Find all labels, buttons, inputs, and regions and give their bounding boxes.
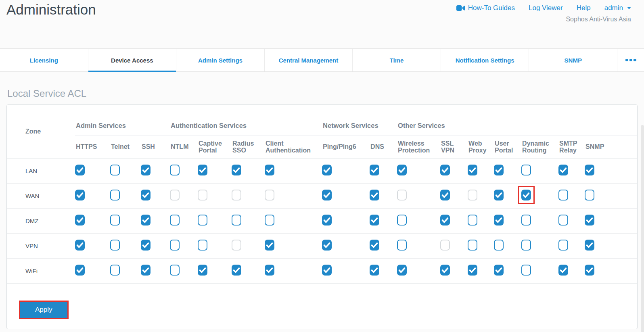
page-title: Administration — [6, 2, 96, 18]
zone-row-lan: LAN — [7, 158, 637, 183]
checkbox-wan-ssl-vpn[interactable] — [440, 190, 450, 200]
column-header-ssl-vpn: SSL VPN — [440, 136, 468, 158]
help-link[interactable]: Help — [577, 4, 591, 12]
checkbox-dmz-smtp-relay[interactable] — [558, 215, 568, 226]
checkbox-vpn-wireless-protection[interactable] — [397, 240, 407, 251]
tab-time[interactable]: Time — [353, 49, 441, 71]
checkbox-lan-client-authentication[interactable] — [265, 165, 274, 175]
checkbox-wifi-ping-ping6[interactable] — [322, 265, 332, 276]
checkbox-vpn-captive-portal[interactable] — [198, 240, 207, 251]
checkbox-wan-ssh[interactable] — [141, 190, 151, 200]
checkbox-wifi-telnet[interactable] — [110, 265, 120, 276]
checkbox-wan-ntlm — [170, 190, 180, 200]
tab-device-access[interactable]: Device Access — [88, 49, 177, 71]
checkbox-lan-wireless-protection[interactable] — [397, 165, 407, 175]
group-header-admin-services: Admin Services — [75, 105, 170, 136]
log-viewer-link[interactable]: Log Viewer — [529, 4, 563, 12]
zone-row-wan: WAN — [7, 183, 637, 208]
checkbox-wifi-web-proxy[interactable] — [468, 265, 477, 276]
checkbox-vpn-client-authentication[interactable] — [265, 240, 274, 251]
checkbox-wifi-radius-sso[interactable] — [232, 265, 241, 276]
checkbox-lan-captive-portal[interactable] — [198, 165, 207, 175]
tab-notification-settings[interactable]: Notification Settings — [441, 49, 529, 71]
checkbox-dmz-ntlm[interactable] — [170, 215, 180, 226]
tab-licensing[interactable]: Licensing — [0, 49, 88, 71]
checkbox-vpn-ntlm[interactable] — [170, 240, 180, 251]
checkbox-wifi-dns[interactable] — [370, 265, 379, 276]
checkbox-vpn-telnet[interactable] — [110, 240, 120, 251]
checkbox-lan-user-portal[interactable] — [494, 165, 504, 175]
checkbox-wifi-client-authentication[interactable] — [265, 265, 274, 276]
checkbox-wifi-snmp[interactable] — [585, 265, 594, 276]
checkbox-lan-ping-ping6[interactable] — [322, 165, 332, 175]
checkbox-dmz-ssh[interactable] — [141, 215, 151, 226]
checkbox-dmz-https[interactable] — [75, 215, 85, 226]
checkbox-vpn-snmp[interactable] — [585, 240, 594, 251]
checkbox-lan-radius-sso[interactable] — [232, 165, 241, 175]
checkbox-lan-ssh[interactable] — [141, 165, 151, 175]
checkbox-wifi-dynamic-routing[interactable] — [521, 265, 531, 276]
checkbox-lan-ntlm[interactable] — [170, 165, 180, 175]
checkbox-vpn-ping-ping6[interactable] — [322, 240, 332, 251]
checkbox-wan-ping-ping6[interactable] — [322, 190, 332, 200]
checkbox-wan-telnet[interactable] — [110, 190, 120, 200]
group-header-authentication-services: Authentication Services — [170, 105, 322, 136]
column-header-ping-ping6: Ping/Ping6 — [322, 136, 370, 158]
chevron-down-icon — [627, 7, 631, 9]
checkbox-dmz-web-proxy[interactable] — [468, 215, 477, 226]
checkbox-vpn-user-portal[interactable] — [494, 240, 504, 251]
column-header-client-authentication: Client Authentication — [265, 136, 322, 158]
checkbox-lan-snmp[interactable] — [585, 165, 594, 175]
section-heading: Local Service ACL — [7, 88, 638, 99]
checkbox-dmz-dns[interactable] — [370, 215, 379, 226]
zone-label-dmz: DMZ — [7, 208, 75, 233]
tab-snmp[interactable]: SNMP — [529, 49, 617, 71]
checkbox-dmz-telnet[interactable] — [110, 215, 120, 226]
checkbox-wifi-ssl-vpn[interactable] — [440, 265, 450, 276]
checkbox-wan-https[interactable] — [75, 190, 85, 200]
more-tabs-button[interactable] — [617, 49, 644, 71]
checkbox-wifi-ntlm[interactable] — [170, 265, 180, 276]
checkbox-lan-ssl-vpn[interactable] — [440, 165, 450, 175]
checkbox-lan-https[interactable] — [75, 165, 85, 175]
checkbox-wifi-wireless-protection[interactable] — [397, 265, 407, 276]
checkbox-wan-smtp-relay[interactable] — [558, 190, 568, 200]
checkbox-vpn-dynamic-routing[interactable] — [521, 240, 531, 251]
checkbox-wifi-https[interactable] — [75, 265, 85, 276]
apply-highlight-box: Apply — [19, 301, 69, 319]
tab-central-management[interactable]: Central Management — [265, 49, 353, 71]
checkbox-dmz-ping-ping6[interactable] — [322, 215, 332, 226]
checkbox-lan-telnet[interactable] — [110, 165, 120, 175]
checkbox-wan-snmp[interactable] — [585, 190, 594, 200]
checkbox-vpn-smtp-relay[interactable] — [558, 240, 568, 251]
page-scrollbar[interactable] — [641, 125, 644, 332]
checkbox-lan-dns[interactable] — [370, 165, 379, 175]
checkbox-vpn-ssh[interactable] — [141, 240, 151, 251]
checkbox-dmz-user-portal[interactable] — [494, 215, 504, 226]
checkbox-wifi-ssh[interactable] — [141, 265, 151, 276]
checkbox-dmz-dynamic-routing[interactable] — [521, 215, 531, 226]
checkbox-wifi-smtp-relay[interactable] — [558, 265, 568, 276]
checkbox-wifi-captive-portal[interactable] — [198, 265, 207, 276]
apply-button[interactable]: Apply — [20, 302, 67, 318]
checkbox-dmz-captive-portal[interactable] — [198, 215, 207, 226]
checkbox-dmz-ssl-vpn[interactable] — [440, 215, 450, 226]
checkbox-wan-user-portal[interactable] — [494, 190, 504, 200]
howto-guides-link[interactable]: How-To Guides — [456, 4, 515, 12]
checkbox-dmz-client-authentication[interactable] — [265, 215, 274, 226]
checkbox-lan-dynamic-routing[interactable] — [521, 165, 531, 175]
user-menu[interactable]: admin — [604, 4, 631, 12]
checkbox-dmz-snmp[interactable] — [585, 215, 594, 226]
checkbox-dmz-wireless-protection[interactable] — [397, 215, 407, 226]
checkbox-lan-smtp-relay[interactable] — [558, 165, 568, 175]
checkbox-vpn-https[interactable] — [75, 240, 85, 251]
checkbox-vpn-web-proxy[interactable] — [468, 240, 477, 251]
checkbox-vpn-dns[interactable] — [370, 240, 379, 251]
checkbox-wan-dns[interactable] — [370, 190, 379, 200]
column-header-dns: DNS — [370, 136, 397, 158]
checkbox-dmz-radius-sso[interactable] — [232, 215, 241, 226]
checkbox-wan-dynamic-routing[interactable] — [521, 190, 531, 200]
checkbox-lan-web-proxy[interactable] — [468, 165, 477, 175]
checkbox-wifi-user-portal[interactable] — [494, 265, 504, 276]
tab-admin-settings[interactable]: Admin Settings — [176, 49, 265, 71]
